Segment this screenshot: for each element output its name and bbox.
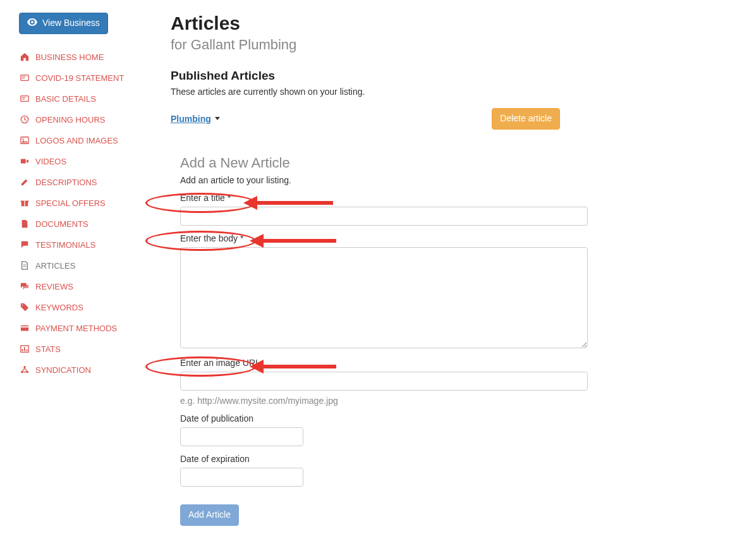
sidebar-item-testimonials[interactable]: TESTIMONIALS [19, 234, 161, 255]
sidebar-item-opening-hours[interactable]: OPENING HOURS [19, 109, 161, 130]
svg-point-22 [23, 366, 26, 368]
page-title: Articles [171, 13, 723, 34]
add-article-button[interactable]: Add Article [180, 504, 239, 526]
sidebar-item-label: COVID-19 STATEMENT [35, 73, 124, 83]
sidebar-item-label: TESTIMONIALS [35, 240, 95, 250]
sidebar-item-logos-and-images[interactable]: LOGOS AND IMAGES [19, 130, 161, 151]
svg-rect-9 [21, 159, 26, 164]
sidebar-item-special-offers[interactable]: SPECIAL OFFERS [19, 193, 161, 214]
sidebar-item-label: VIDEOS [35, 157, 66, 166]
sidebar-item-label: LOGOS AND IMAGES [35, 136, 118, 145]
sidebar-item-label: OPENING HOURS [35, 115, 106, 125]
sidebar-item-label: BUSINESS HOME [35, 52, 104, 62]
svg-rect-21 [27, 350, 28, 351]
sidebar-item-videos[interactable]: VIDEOS [19, 151, 161, 172]
gift-icon [19, 198, 30, 207]
sidebar-item-syndication[interactable]: SYNDICATION [19, 360, 161, 380]
published-subtext: These articles are currently shown on yo… [171, 87, 723, 97]
svg-rect-3 [21, 96, 28, 102]
card-icon [19, 94, 30, 103]
comment-icon [19, 240, 30, 249]
image-url-help: e.g. http://www.mysite.com/myimage.jpg [180, 396, 588, 406]
image-url-input[interactable] [180, 372, 588, 391]
sidebar-item-label: DOCUMENTS [35, 219, 88, 229]
svg-rect-16 [21, 326, 28, 331]
sidebar-item-label: KEYWORDS [35, 303, 83, 312]
sidebar-item-basic-details[interactable]: BASIC DETAILS [19, 88, 161, 109]
svg-rect-7 [21, 137, 28, 144]
body-label: Enter the body * [180, 233, 588, 243]
video-icon [19, 157, 30, 166]
view-business-button[interactable]: View Business [19, 13, 108, 34]
sidebar-item-label: SPECIAL OFFERS [35, 198, 106, 208]
svg-rect-17 [21, 327, 28, 328]
sidebar-item-payment-methods[interactable]: PAYMENT METHODS [19, 318, 161, 339]
sidebar-item-documents[interactable]: DOCUMENTS [19, 214, 161, 234]
clock-icon [19, 115, 30, 124]
credit-icon [19, 324, 30, 332]
home-icon [19, 52, 30, 61]
chart-icon [19, 344, 30, 353]
form-title: Add a New Article [180, 155, 588, 171]
sidebar-item-label: STATS [35, 344, 61, 354]
pencil-icon [19, 178, 30, 186]
article-link-label: Plumbing [171, 114, 211, 124]
share-icon [19, 365, 30, 374]
published-title: Published Articles [171, 69, 723, 83]
comments-icon [19, 282, 30, 291]
sidebar-nav: BUSINESS HOMECOVID-19 STATEMENTBASIC DET… [19, 47, 161, 380]
sidebar-item-business-home[interactable]: BUSINESS HOME [19, 47, 161, 68]
pub-date-label: Date of publication [180, 413, 588, 423]
title-label: Enter a title * [180, 193, 588, 203]
sidebar-item-covid-19-statement[interactable]: COVID-19 STATEMENT [19, 68, 161, 88]
article-link-plumbing[interactable]: Plumbing [171, 114, 220, 124]
sidebar-item-reviews[interactable]: REVIEWS [19, 276, 161, 297]
sidebar-item-label: SYNDICATION [35, 365, 91, 375]
body-textarea[interactable] [180, 247, 588, 348]
caret-icon [215, 117, 220, 120]
svg-point-15 [22, 305, 23, 306]
image-url-label: Enter an image URL [180, 358, 588, 368]
file-icon [19, 219, 30, 228]
svg-point-8 [22, 139, 23, 140]
view-business-label: View Business [42, 17, 100, 30]
pub-date-input[interactable] [180, 427, 303, 446]
svg-rect-0 [21, 75, 28, 81]
exp-date-input[interactable] [180, 468, 303, 487]
sidebar-item-label: PAYMENT METHODS [35, 324, 117, 333]
sidebar-item-label: DESCRIPTIONS [35, 178, 97, 187]
sidebar-item-articles[interactable]: ARTICLES [19, 255, 161, 276]
form-subtext: Add an article to your listing. [180, 175, 588, 185]
image-icon [19, 136, 30, 145]
sidebar-item-label: REVIEWS [35, 282, 73, 291]
tag-icon [19, 303, 30, 312]
delete-article-button[interactable]: Delete article [492, 108, 560, 130]
sidebar-item-label: BASIC DETAILS [35, 94, 96, 104]
card-icon [19, 73, 30, 82]
title-input[interactable] [180, 207, 588, 226]
sidebar-item-label: ARTICLES [35, 261, 75, 271]
sidebar-item-keywords[interactable]: KEYWORDS [19, 297, 161, 318]
page-subtitle: for Gallant Plumbing [171, 37, 723, 53]
file-alt-icon [19, 261, 30, 270]
eye-icon [27, 17, 37, 30]
exp-date-label: Date of expiration [180, 454, 588, 464]
sidebar-item-stats[interactable]: STATS [19, 339, 161, 360]
svg-rect-20 [24, 348, 25, 351]
sidebar-item-descriptions[interactable]: DESCRIPTIONS [19, 172, 161, 193]
svg-rect-19 [22, 349, 23, 351]
